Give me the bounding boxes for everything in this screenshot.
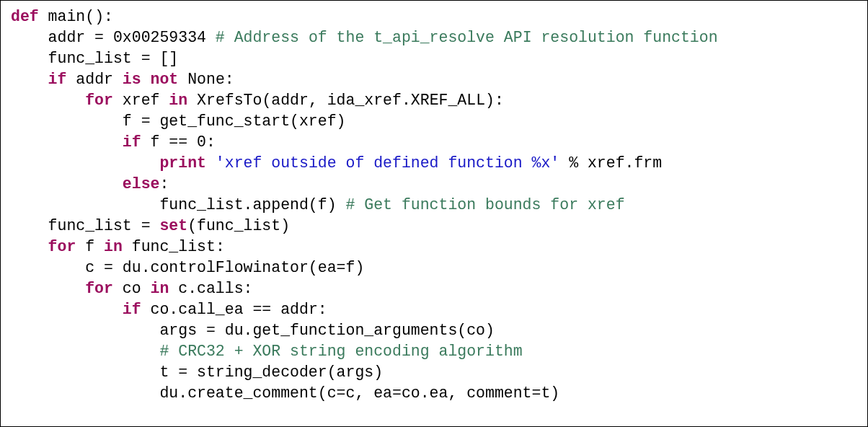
code-token (206, 154, 216, 172)
code-line: if f == 0: (11, 132, 857, 153)
code-token: set (159, 217, 187, 234)
code-line: c = du.controlFlowinator(ea=f) (11, 257, 857, 278)
code-token: if (48, 71, 67, 88)
code-token: f == 0: (141, 133, 216, 151)
code-token: None: (178, 71, 234, 88)
code-token: if (123, 133, 141, 151)
code-token: t = string_decoder(args) (159, 364, 383, 381)
code-token: % xref.frm (559, 154, 662, 172)
code-token: # Get function bounds for xref (345, 196, 624, 214)
code-token: c.calls: (169, 280, 252, 297)
code-line: func_list = set(func_list) (11, 216, 857, 237)
code-token: def (11, 8, 39, 25)
code-token: addr (66, 71, 122, 88)
code-token: func_list.append(f) (159, 196, 345, 214)
code-token: addr = 0x00259334 (48, 29, 216, 46)
code-line: addr = 0x00259334 # Address of the t_api… (11, 27, 857, 48)
code-token: func_list: (123, 238, 225, 255)
code-line: for xref in XrefsTo(addr, ida_xref.XREF_… (11, 90, 857, 111)
code-token: func_list = (48, 217, 160, 234)
code-token: XrefsTo(addr, ida_xref.XREF_ALL): (187, 92, 504, 109)
code-line: if co.call_ea == addr: (11, 299, 857, 320)
code-token: is (123, 71, 141, 88)
code-line: for co in c.calls: (11, 278, 857, 299)
code-line: for f in func_list: (11, 237, 857, 257)
code-line: else: (11, 174, 857, 195)
code-line: def main(): (11, 6, 857, 27)
code-token: for (85, 92, 113, 109)
code-token: f = get_func_start(xref) (123, 113, 346, 130)
code-token: xref (113, 92, 169, 109)
code-token: : (159, 175, 169, 193)
code-line: print 'xref outside of defined function … (11, 153, 857, 174)
code-token: in (104, 238, 123, 255)
code-token: 'xref outside of defined function %x' (216, 154, 559, 172)
code-token: main(): (39, 8, 113, 25)
code-token: args = du.get_function_arguments(co) (159, 322, 494, 339)
code-token: for (48, 238, 76, 255)
code-token: co.call_ea == addr: (141, 301, 327, 318)
code-token: # CRC32 + XOR string encoding algorithm (159, 343, 522, 360)
code-line: # CRC32 + XOR string encoding algorithm (11, 341, 857, 362)
code-line: f = get_func_start(xref) (11, 111, 857, 132)
code-token: for (85, 280, 113, 297)
code-token (141, 71, 151, 88)
code-line: func_list.append(f) # Get function bound… (11, 195, 857, 216)
code-line: t = string_decoder(args) (11, 362, 857, 383)
code-line: func_list = [] (11, 48, 857, 69)
code-token: else (123, 175, 160, 193)
code-token: in (151, 280, 169, 297)
code-token: func_list = [] (48, 50, 179, 67)
code-token: f (76, 238, 104, 255)
code-token: # Address of the t_api_resolve API resol… (216, 29, 718, 46)
code-line: args = du.get_function_arguments(co) (11, 320, 857, 341)
code-token: print (159, 154, 206, 172)
code-token: c = du.controlFlowinator(ea=f) (85, 259, 364, 276)
code-token: co (113, 280, 151, 297)
code-token: if (123, 301, 141, 318)
code-token: (func_list) (187, 217, 290, 234)
code-line: du.create_comment(c=c, ea=co.ea, comment… (11, 383, 857, 404)
code-line: if addr is not None: (11, 69, 857, 90)
code-block: def main(): addr = 0x00259334 # Address … (0, 0, 868, 427)
code-token: not (151, 71, 179, 88)
code-token: in (169, 92, 187, 109)
code-token: du.create_comment(c=c, ea=co.ea, comment… (159, 384, 559, 402)
